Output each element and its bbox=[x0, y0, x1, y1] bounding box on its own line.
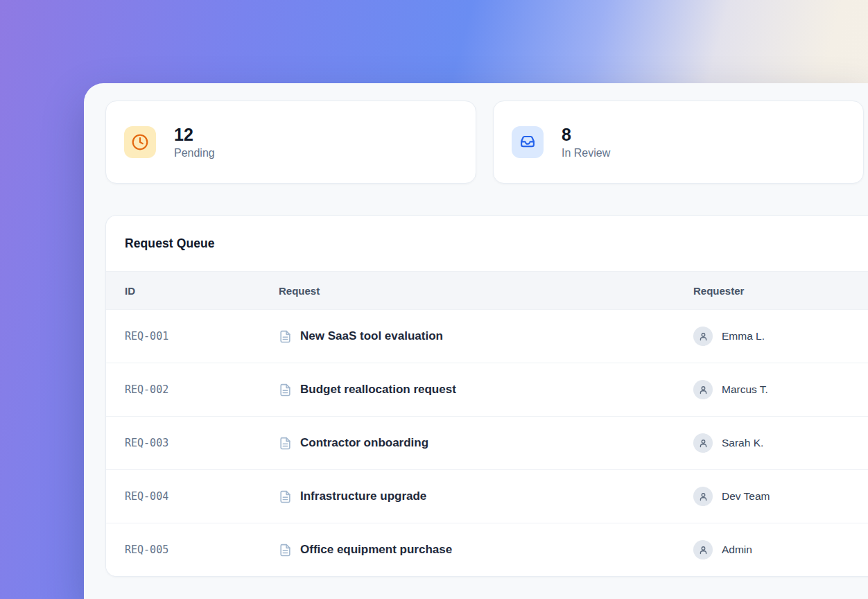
table-row[interactable]: REQ-002 Budget reallocation request Marc… bbox=[106, 363, 868, 416]
request-cell: Contractor onboarding bbox=[279, 436, 693, 450]
stat-text: 12 Pending bbox=[174, 125, 215, 160]
requester-name: Sarah K. bbox=[722, 437, 763, 449]
document-icon bbox=[279, 330, 292, 343]
requester-cell: Marcus T. bbox=[693, 380, 868, 399]
user-avatar-icon bbox=[693, 487, 713, 506]
table-title-row: Request Queue bbox=[106, 216, 868, 272]
document-icon bbox=[279, 437, 292, 450]
request-title: Infrastructure upgrade bbox=[300, 489, 426, 503]
user-avatar-icon bbox=[693, 433, 713, 453]
request-queue-card: Request Queue ID Request Requester REQ-0… bbox=[105, 215, 868, 577]
column-header-requester: Requester bbox=[693, 285, 868, 297]
stat-card-pending: 12 Pending bbox=[105, 101, 476, 184]
document-icon bbox=[279, 544, 292, 557]
requester-cell: Admin bbox=[693, 540, 868, 559]
pending-count: 12 bbox=[174, 125, 215, 145]
user-avatar-icon bbox=[693, 540, 713, 559]
table-row[interactable]: REQ-003 Contractor onboarding Sarah K. bbox=[106, 416, 868, 469]
request-id: REQ-003 bbox=[125, 437, 279, 449]
table-header-row: ID Request Requester bbox=[106, 272, 868, 310]
request-id: REQ-005 bbox=[125, 544, 279, 556]
requester-cell: Emma L. bbox=[693, 327, 868, 346]
table-row[interactable]: REQ-001 New SaaS tool evaluation Emma L. bbox=[106, 310, 868, 363]
user-avatar-icon bbox=[693, 327, 713, 346]
request-cell: New SaaS tool evaluation bbox=[279, 329, 693, 343]
stat-card-in-review: 8 In Review bbox=[493, 101, 864, 184]
clock-icon bbox=[124, 126, 156, 158]
requester-cell: Sarah K. bbox=[693, 433, 868, 453]
stat-text: 8 In Review bbox=[562, 125, 610, 160]
requester-cell: Dev Team bbox=[693, 487, 868, 506]
table-title: Request Queue bbox=[125, 236, 215, 251]
request-title: New SaaS tool evaluation bbox=[300, 329, 443, 343]
user-avatar-icon bbox=[693, 380, 713, 399]
request-cell: Office equipment purchase bbox=[279, 543, 693, 557]
stats-row: 12 Pending 8 In Review bbox=[84, 83, 868, 184]
requester-name: Marcus T. bbox=[722, 383, 768, 396]
request-title: Budget reallocation request bbox=[300, 383, 456, 397]
request-id: REQ-004 bbox=[125, 490, 279, 503]
requester-name: Dev Team bbox=[722, 490, 770, 503]
column-header-request: Request bbox=[279, 285, 693, 297]
request-cell: Infrastructure upgrade bbox=[279, 489, 693, 503]
request-title: Contractor onboarding bbox=[300, 436, 428, 450]
in-review-count: 8 bbox=[562, 125, 610, 145]
inbox-icon bbox=[512, 126, 544, 158]
column-header-id: ID bbox=[125, 285, 279, 297]
request-cell: Budget reallocation request bbox=[279, 383, 693, 397]
pending-label: Pending bbox=[174, 147, 215, 159]
request-title: Office equipment purchase bbox=[300, 543, 452, 557]
request-id: REQ-002 bbox=[125, 383, 279, 396]
requester-name: Emma L. bbox=[722, 330, 765, 342]
document-icon bbox=[279, 383, 292, 397]
table-row[interactable]: REQ-005 Office equipment purchase Admin bbox=[106, 523, 868, 576]
dashboard-panel: 12 Pending 8 In Review Request Queue ID … bbox=[84, 83, 868, 599]
document-icon bbox=[279, 490, 292, 503]
requester-name: Admin bbox=[722, 544, 752, 556]
table-row[interactable]: REQ-004 Infrastructure upgrade Dev Team bbox=[106, 469, 868, 523]
request-id: REQ-001 bbox=[125, 330, 279, 342]
in-review-label: In Review bbox=[562, 147, 610, 159]
